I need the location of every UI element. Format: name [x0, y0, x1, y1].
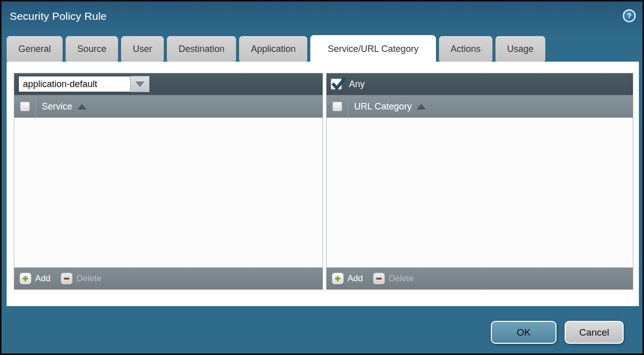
- tab-usage[interactable]: Usage: [495, 36, 545, 62]
- service-type-dropdown-input[interactable]: [18, 76, 130, 92]
- url-category-panel-toolbar: Any: [327, 73, 633, 95]
- add-url-category-button[interactable]: Add: [332, 272, 363, 285]
- tab-source[interactable]: Source: [66, 36, 118, 62]
- delete-url-category-label: Delete: [389, 274, 414, 284]
- ok-button[interactable]: OK: [491, 321, 557, 344]
- url-category-panel: Any URL Category Add: [326, 73, 633, 290]
- service-list[interactable]: [14, 118, 323, 267]
- service-panel: Service Add Delete: [14, 73, 323, 290]
- security-policy-rule-dialog: Security Policy Rule ? General Source Us…: [0, 0, 644, 355]
- service-column-label[interactable]: Service: [42, 101, 72, 112]
- minus-icon: [61, 272, 73, 285]
- tab-user[interactable]: User: [121, 36, 164, 62]
- url-category-list[interactable]: [327, 118, 633, 267]
- checkmark-icon: [331, 76, 346, 92]
- delete-url-category-button[interactable]: Delete: [373, 272, 414, 285]
- chevron-down-icon: [135, 81, 144, 87]
- help-icon[interactable]: ?: [623, 9, 636, 22]
- plus-icon: [19, 272, 32, 285]
- tab-service-url-category[interactable]: Service/URL Category: [310, 35, 435, 63]
- url-category-column-header: URL Category: [327, 95, 633, 118]
- service-panel-toolbar: [14, 73, 323, 95]
- add-service-button[interactable]: Add: [19, 272, 50, 285]
- tab-actions[interactable]: Actions: [439, 36, 492, 62]
- dialog-title: Security Policy Rule: [10, 10, 107, 22]
- help-glyph: ?: [627, 12, 632, 20]
- service-select-all-cell: [14, 95, 36, 118]
- sort-ascending-icon[interactable]: [417, 104, 426, 110]
- delete-service-label: Delete: [76, 274, 101, 284]
- tab-bar: General Source User Destination Applicat…: [7, 35, 545, 62]
- url-category-select-all-cell: [327, 95, 348, 118]
- service-panel-footer: Add Delete: [14, 267, 323, 289]
- cancel-button[interactable]: Cancel: [565, 321, 624, 344]
- service-column-header: Service: [14, 95, 323, 118]
- add-service-label: Add: [35, 274, 50, 284]
- any-checkbox-label: Any: [349, 79, 365, 90]
- url-category-panel-footer: Add Delete: [327, 267, 633, 289]
- add-url-category-label: Add: [347, 274, 363, 284]
- any-checkbox[interactable]: [331, 78, 342, 90]
- tab-general[interactable]: General: [7, 36, 63, 62]
- service-type-dropdown: [18, 76, 150, 92]
- service-select-all-checkbox[interactable]: [20, 101, 30, 112]
- service-type-dropdown-button[interactable]: [130, 76, 150, 92]
- minus-icon: [373, 272, 385, 285]
- delete-service-button[interactable]: Delete: [61, 272, 101, 285]
- url-category-select-all-checkbox[interactable]: [332, 101, 342, 112]
- tab-application[interactable]: Application: [239, 36, 307, 62]
- tab-destination[interactable]: Destination: [167, 36, 236, 62]
- sort-ascending-icon[interactable]: [77, 104, 86, 110]
- url-category-column-label[interactable]: URL Category: [354, 101, 412, 112]
- plus-icon: [332, 272, 344, 285]
- tab-content-area: Service Add Delete: [7, 62, 639, 306]
